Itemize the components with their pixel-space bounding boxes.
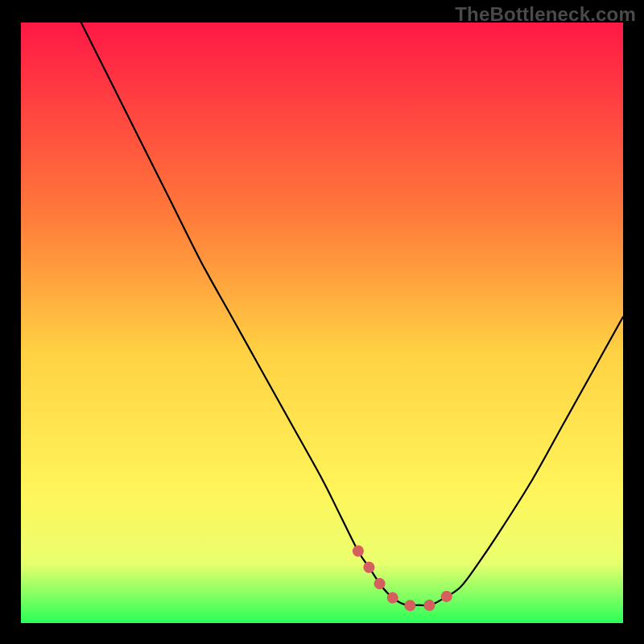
watermark-text: TheBottleneck.com: [455, 3, 636, 26]
chart-frame: TheBottleneck.com: [0, 0, 644, 644]
bottleneck-chart: [21, 23, 623, 623]
plot-area: [21, 23, 623, 623]
gradient-background: [21, 23, 623, 623]
